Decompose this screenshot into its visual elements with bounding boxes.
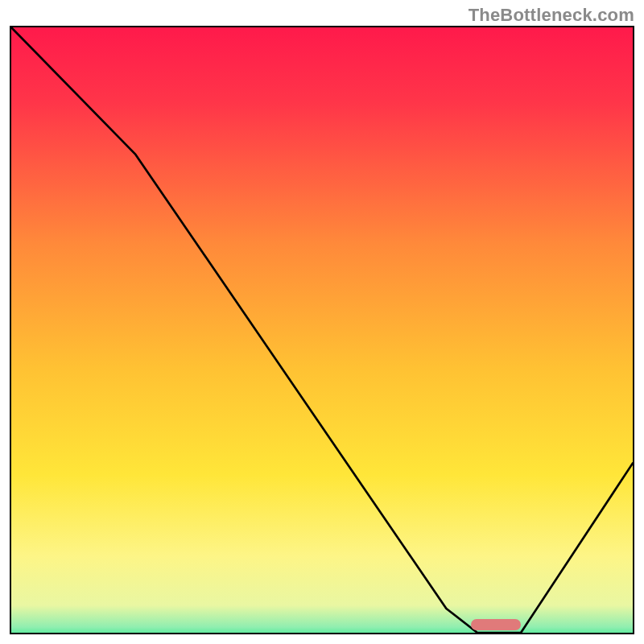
watermark-text: TheBottleneck.com [469,5,634,26]
bottleneck-curve [11,27,633,633]
chart-container: TheBottleneck.com [0,0,644,644]
plot-area [10,26,634,634]
optimal-range-marker [471,619,521,630]
